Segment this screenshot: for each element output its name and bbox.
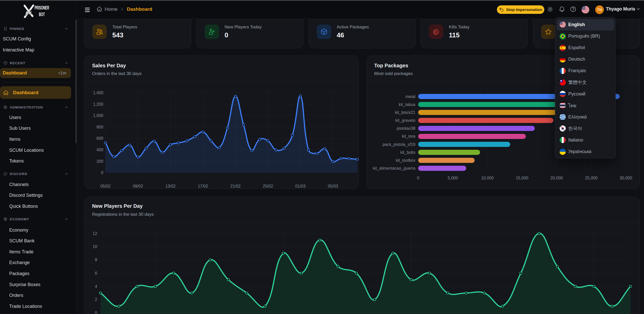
svg-text:30,000: 30,000 [620, 176, 632, 180]
svg-text:pistolao38: pistolao38 [397, 126, 415, 131]
svg-text:15,000: 15,000 [516, 176, 528, 180]
svg-text:25,000: 25,000 [585, 176, 597, 180]
svg-text:0: 0 [101, 170, 103, 175]
svg-text:600: 600 [96, 136, 103, 140]
svg-text:200: 200 [96, 159, 103, 164]
svg-text:6: 6 [95, 271, 97, 275]
svg-text:05/03: 05/03 [328, 184, 338, 188]
svg-text:kit_block21: kit_block21 [395, 110, 415, 115]
svg-text:kit_graveto: kit_graveto [395, 118, 415, 123]
svg-text:2: 2 [95, 297, 97, 302]
svg-text:pk: pk [25, 10, 32, 15]
svg-text:10,000: 10,000 [481, 176, 494, 180]
svg-text:1,400: 1,400 [93, 91, 103, 95]
svg-text:8: 8 [95, 258, 97, 262]
svg-text:400: 400 [96, 148, 103, 152]
svg-text:kit_bolts: kit_bolts [400, 150, 415, 155]
svg-text:0: 0 [95, 311, 97, 314]
svg-text:05/02: 05/02 [100, 184, 110, 188]
svg-text:1,200: 1,200 [93, 102, 103, 106]
svg-text:pack_pistola_sf19: pack_pistola_sf19 [383, 142, 415, 147]
svg-text:21/02: 21/02 [230, 184, 241, 188]
svg-text:17/02: 17/02 [198, 184, 208, 188]
svg-text:kit_alimentacao_guerra: kit_alimentacao_guerra [373, 166, 415, 171]
svg-text:13/02: 13/02 [165, 184, 175, 188]
svg-text:1,000: 1,000 [93, 113, 103, 118]
svg-text:metal: metal [405, 94, 415, 99]
svg-text:800: 800 [96, 125, 103, 129]
svg-text:20,000: 20,000 [550, 176, 563, 180]
svg-text:25/02: 25/02 [263, 184, 273, 188]
svg-text:0: 0 [417, 176, 419, 180]
svg-text:5,000: 5,000 [448, 176, 458, 180]
svg-text:kit_tora: kit_tora [402, 134, 416, 139]
svg-text:09/02: 09/02 [133, 184, 143, 188]
svg-text:kit_toolbox: kit_toolbox [396, 158, 416, 163]
svg-text:4: 4 [95, 284, 97, 289]
svg-text:kit_tabua: kit_tabua [399, 102, 415, 107]
svg-text:01/03: 01/03 [295, 184, 306, 188]
svg-text:12: 12 [93, 231, 97, 236]
svg-text:10: 10 [93, 244, 97, 249]
